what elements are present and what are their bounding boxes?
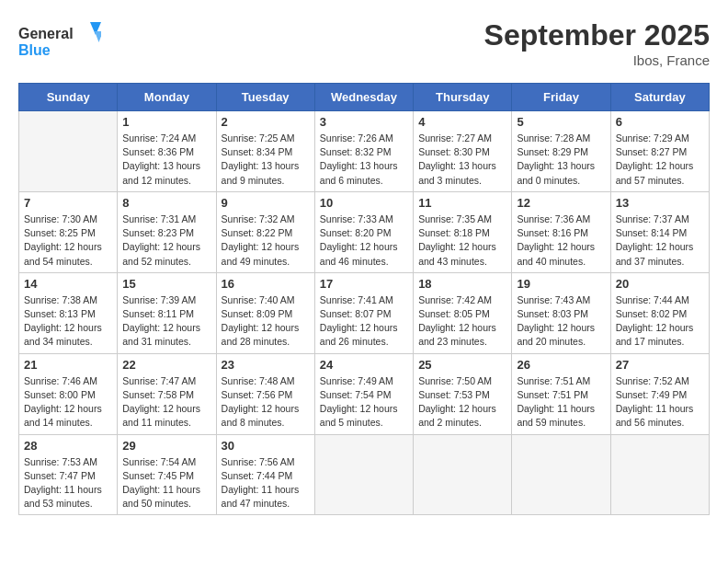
day-number: 11 [418,196,506,210]
calendar-cell: 13Sunrise: 7:37 AMSunset: 8:14 PMDayligh… [610,191,709,272]
calendar-cell: 16Sunrise: 7:40 AMSunset: 8:09 PMDayligh… [216,272,314,353]
calendar-cell: 5Sunrise: 7:28 AMSunset: 8:29 PMDaylight… [512,111,610,192]
day-info: Sunrise: 7:52 AMSunset: 7:49 PMDaylight:… [616,374,704,431]
calendar-cell: 18Sunrise: 7:42 AMSunset: 8:05 PMDayligh… [414,272,512,353]
day-number: 29 [122,439,210,453]
col-header-friday: Friday [512,84,610,111]
day-info: Sunrise: 7:42 AMSunset: 8:05 PMDaylight:… [418,293,506,350]
day-info: Sunrise: 7:53 AMSunset: 7:47 PMDaylight:… [24,455,112,511]
day-info: Sunrise: 7:25 AMSunset: 8:34 PMDaylight:… [222,132,310,188]
day-number: 26 [517,358,605,372]
month-title: September 2025 [484,18,710,52]
day-number: 22 [122,358,210,372]
col-header-saturday: Saturday [610,84,709,111]
page-header: General Blue September 2025 Ibos, France [18,18,710,68]
day-info: Sunrise: 7:44 AMSunset: 8:02 PMDaylight:… [616,293,704,350]
calendar-cell: 8Sunrise: 7:31 AMSunset: 8:23 PMDaylight… [118,191,216,272]
day-number: 25 [418,358,506,372]
day-number: 27 [616,358,704,372]
day-info: Sunrise: 7:36 AMSunset: 8:16 PMDaylight:… [517,213,605,269]
day-info: Sunrise: 7:26 AMSunset: 8:32 PMDaylight:… [320,132,408,188]
calendar-cell: 4Sunrise: 7:27 AMSunset: 8:30 PMDaylight… [414,111,512,192]
day-info: Sunrise: 7:37 AMSunset: 8:14 PMDaylight:… [616,213,704,269]
day-info: Sunrise: 7:43 AMSunset: 8:03 PMDaylight:… [517,293,605,350]
calendar-cell: 2Sunrise: 7:25 AMSunset: 8:34 PMDaylight… [216,111,314,192]
day-info: Sunrise: 7:27 AMSunset: 8:30 PMDaylight:… [418,132,506,188]
day-info: Sunrise: 7:24 AMSunset: 8:36 PMDaylight:… [122,132,210,188]
svg-text:Blue: Blue [18,42,51,58]
calendar-cell: 20Sunrise: 7:44 AMSunset: 8:02 PMDayligh… [610,272,709,353]
calendar-cell: 26Sunrise: 7:51 AMSunset: 7:51 PMDayligh… [512,353,610,434]
calendar-cell: 23Sunrise: 7:48 AMSunset: 7:56 PMDayligh… [216,353,314,434]
day-number: 1 [122,115,210,129]
calendar-cell [610,434,709,515]
day-number: 16 [222,277,310,291]
day-number: 13 [616,196,704,210]
calendar-cell: 14Sunrise: 7:38 AMSunset: 8:13 PMDayligh… [19,272,118,353]
day-info: Sunrise: 7:30 AMSunset: 8:25 PMDaylight:… [24,213,112,269]
day-number: 23 [222,358,310,372]
day-info: Sunrise: 7:41 AMSunset: 8:07 PMDaylight:… [320,293,408,350]
calendar-cell: 10Sunrise: 7:33 AMSunset: 8:20 PMDayligh… [314,191,413,272]
calendar-table: SundayMondayTuesdayWednesdayThursdayFrid… [18,83,710,515]
calendar-cell: 24Sunrise: 7:49 AMSunset: 7:54 PMDayligh… [314,353,413,434]
day-info: Sunrise: 7:35 AMSunset: 8:18 PMDaylight:… [418,213,506,269]
calendar-cell [314,434,413,515]
calendar-cell: 22Sunrise: 7:47 AMSunset: 7:58 PMDayligh… [118,353,216,434]
svg-text:General: General [18,26,74,41]
location: Ibos, France [484,52,710,68]
day-number: 5 [517,115,605,129]
svg-marker-3 [95,31,101,42]
day-number: 3 [320,115,408,129]
calendar-cell [414,434,512,515]
calendar-cell [19,111,118,192]
calendar-cell: 29Sunrise: 7:54 AMSunset: 7:45 PMDayligh… [118,434,216,515]
col-header-monday: Monday [118,84,216,111]
day-number: 4 [418,115,506,129]
day-info: Sunrise: 7:46 AMSunset: 8:00 PMDaylight:… [24,374,112,431]
calendar-cell: 7Sunrise: 7:30 AMSunset: 8:25 PMDaylight… [19,191,118,272]
day-number: 14 [24,277,112,291]
logo-svg: General Blue [18,18,101,64]
calendar-cell: 25Sunrise: 7:50 AMSunset: 7:53 PMDayligh… [414,353,512,434]
col-header-wednesday: Wednesday [314,84,413,111]
day-info: Sunrise: 7:39 AMSunset: 8:11 PMDaylight:… [122,293,210,350]
day-number: 18 [418,277,506,291]
calendar-cell: 28Sunrise: 7:53 AMSunset: 7:47 PMDayligh… [19,434,118,515]
day-number: 21 [24,358,112,372]
day-number: 10 [320,196,408,210]
day-number: 8 [122,196,210,210]
day-info: Sunrise: 7:33 AMSunset: 8:20 PMDaylight:… [320,213,408,269]
day-info: Sunrise: 7:31 AMSunset: 8:23 PMDaylight:… [122,213,210,269]
calendar-cell: 6Sunrise: 7:29 AMSunset: 8:27 PMDaylight… [610,111,709,192]
calendar-cell: 19Sunrise: 7:43 AMSunset: 8:03 PMDayligh… [512,272,610,353]
day-number: 2 [222,115,310,129]
day-info: Sunrise: 7:56 AMSunset: 7:44 PMDaylight:… [222,455,310,511]
day-info: Sunrise: 7:48 AMSunset: 7:56 PMDaylight:… [222,374,310,431]
day-info: Sunrise: 7:38 AMSunset: 8:13 PMDaylight:… [24,293,112,350]
calendar-cell: 1Sunrise: 7:24 AMSunset: 8:36 PMDaylight… [118,111,216,192]
calendar-cell: 15Sunrise: 7:39 AMSunset: 8:11 PMDayligh… [118,272,216,353]
calendar-cell: 9Sunrise: 7:32 AMSunset: 8:22 PMDaylight… [216,191,314,272]
day-info: Sunrise: 7:51 AMSunset: 7:51 PMDaylight:… [517,374,605,431]
day-info: Sunrise: 7:29 AMSunset: 8:27 PMDaylight:… [616,132,704,188]
day-number: 24 [320,358,408,372]
day-info: Sunrise: 7:49 AMSunset: 7:54 PMDaylight:… [320,374,408,431]
day-info: Sunrise: 7:54 AMSunset: 7:45 PMDaylight:… [122,455,210,511]
day-info: Sunrise: 7:50 AMSunset: 7:53 PMDaylight:… [418,374,506,431]
calendar-cell: 30Sunrise: 7:56 AMSunset: 7:44 PMDayligh… [216,434,314,515]
day-info: Sunrise: 7:47 AMSunset: 7:58 PMDaylight:… [122,374,210,431]
day-number: 17 [320,277,408,291]
col-header-tuesday: Tuesday [216,84,314,111]
day-info: Sunrise: 7:40 AMSunset: 8:09 PMDaylight:… [222,293,310,350]
day-number: 19 [517,277,605,291]
day-info: Sunrise: 7:28 AMSunset: 8:29 PMDaylight:… [517,132,605,188]
calendar-cell: 3Sunrise: 7:26 AMSunset: 8:32 PMDaylight… [314,111,413,192]
col-header-thursday: Thursday [414,84,512,111]
calendar-cell [512,434,610,515]
day-number: 20 [616,277,704,291]
calendar-cell: 21Sunrise: 7:46 AMSunset: 8:00 PMDayligh… [19,353,118,434]
calendar-cell: 11Sunrise: 7:35 AMSunset: 8:18 PMDayligh… [414,191,512,272]
day-number: 15 [122,277,210,291]
day-number: 6 [616,115,704,129]
